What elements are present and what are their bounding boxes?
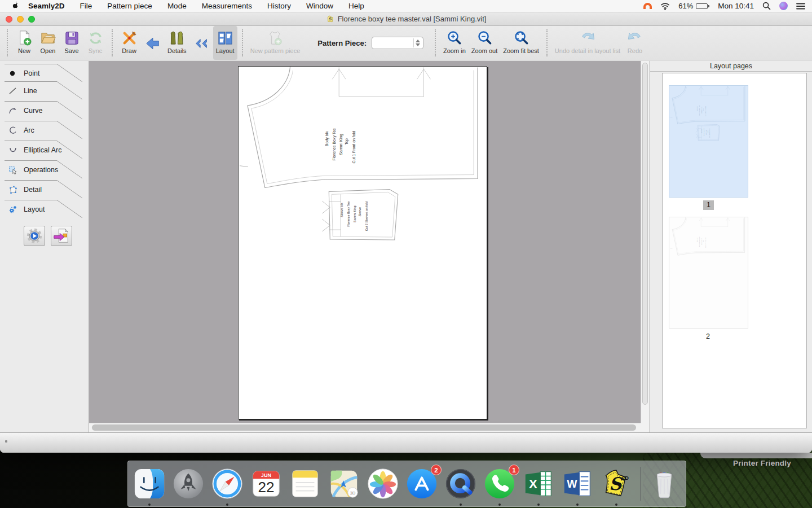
detail-icon (8, 185, 18, 194)
horizontal-scrollbar-thumb[interactable] (92, 424, 636, 431)
dock-excel-icon[interactable]: X (521, 466, 556, 501)
running-indicator (537, 503, 540, 506)
running-indicator (226, 503, 228, 506)
dock-photos-icon[interactable] (365, 466, 400, 501)
dock-safari-icon[interactable] (210, 466, 245, 501)
page-2-label[interactable]: 2 (706, 332, 710, 340)
layout-page-sheet (238, 66, 487, 419)
title-bar[interactable]: S Florence boxy tee master.val [Sammi Ki… (0, 12, 812, 26)
sidebar-item-line[interactable]: Line (0, 81, 88, 100)
toolbar-separator (7, 29, 8, 56)
sidebar-item-layout[interactable]: Layout (0, 199, 88, 219)
export-document-icon (52, 227, 70, 245)
zoom-out-icon (476, 29, 493, 47)
layout-pages-header[interactable]: Layout pages (650, 61, 812, 72)
dock: JUN 22 3D (127, 461, 686, 507)
zoom-out-button[interactable]: Zoom out (469, 26, 500, 60)
svg-text:X: X (529, 477, 537, 491)
menubar-clock[interactable]: Mon 10:41 (718, 2, 754, 10)
apple-menu[interactable] (10, 2, 18, 11)
scrollbar-corner (641, 423, 650, 432)
close-window-button[interactable] (6, 16, 12, 23)
dock-finder-icon[interactable] (132, 466, 167, 501)
combobox-stepper[interactable] (413, 38, 422, 47)
sidebar-item-detail[interactable]: Detail (0, 179, 88, 199)
battery-icon (696, 3, 709, 9)
open-button[interactable]: Open (36, 26, 60, 60)
menubar-app-name[interactable]: Seamly2D (28, 2, 65, 10)
page-1-label[interactable]: 1 (703, 200, 714, 210)
new-pattern-piece-icon (267, 29, 283, 47)
export-layout-button[interactable] (51, 226, 72, 246)
back-arrow-button[interactable] (141, 26, 165, 60)
wifi-icon[interactable] (660, 2, 670, 10)
pattern-piece-combobox[interactable] (372, 37, 423, 49)
dock-seamly2d-icon[interactable]: S 2D (599, 466, 634, 501)
dock-whatsapp-icon[interactable]: 1 (482, 466, 517, 501)
horizontal-scrollbar[interactable] (89, 423, 641, 432)
zoom-fit-best-button[interactable]: Zoom fit best (500, 26, 542, 60)
wallpaper-text: Printer Friendly (733, 459, 791, 467)
battery-percent: 61% (678, 2, 693, 10)
sidebar-item-operations[interactable]: Operations (0, 160, 88, 179)
sidebar-item-curve[interactable]: Curve (0, 100, 88, 120)
zoom-in-icon (446, 29, 462, 47)
menu-file[interactable]: File (80, 2, 92, 10)
layout-pages-panel: Layout pages 1 2 (650, 61, 812, 432)
battery-indicator[interactable]: 61% (678, 2, 709, 10)
menu-bar: Seamly2D File Pattern piece Mode Measure… (0, 0, 812, 12)
dock-notes-icon[interactable] (288, 466, 323, 501)
running-indicator (576, 503, 579, 506)
svg-text:S: S (329, 16, 332, 21)
new-button[interactable]: New (12, 26, 36, 60)
layout-mode-button[interactable]: Layout (213, 26, 237, 60)
spotlight-search-icon[interactable] (762, 2, 771, 10)
layout-page-thumbnail-1[interactable] (669, 85, 748, 198)
elliptical-arc-icon (8, 146, 18, 155)
dock-launchpad-icon[interactable] (171, 466, 206, 501)
zoom-window-button[interactable] (28, 16, 35, 23)
dock-quicktime-icon[interactable] (443, 466, 478, 501)
menu-pattern-piece[interactable]: Pattern piece (107, 2, 152, 10)
layout-settings-button[interactable] (24, 226, 45, 246)
gear-play-icon (25, 227, 43, 245)
draw-mode-button[interactable]: Draw (117, 26, 141, 60)
minimize-window-button[interactable] (17, 16, 24, 23)
skip-back-arrow-button[interactable] (189, 26, 213, 60)
toolbar-separator (546, 29, 548, 56)
dock-trash-icon[interactable] (647, 466, 682, 501)
menu-window[interactable]: Window (306, 2, 333, 10)
tool-sidebar: Point Line Curve Arc Elliptical Arc (0, 61, 89, 432)
sync-button: Sync (83, 26, 107, 60)
svg-text:2D: 2D (622, 475, 629, 481)
dock-calendar-icon[interactable]: JUN 22 (249, 466, 284, 501)
dock-word-icon[interactable]: W (560, 466, 595, 501)
toolbar-separator (112, 29, 113, 56)
siri-icon[interactable] (779, 2, 788, 10)
toolbar-separator (242, 29, 243, 56)
sidebar-item-elliptical-arc[interactable]: Elliptical Arc (0, 140, 88, 160)
dock-app-store-icon[interactable]: 2 (404, 466, 439, 501)
new-pattern-piece-button: New pattern piece (248, 26, 303, 60)
dock-maps-icon[interactable]: 3D (326, 466, 361, 501)
layout-page-thumbnail-2[interactable] (669, 217, 748, 329)
menu-history[interactable]: History (267, 2, 291, 10)
details-mode-button[interactable]: Details (165, 26, 189, 60)
menu-mode[interactable]: Mode (167, 2, 187, 10)
vertical-scrollbar[interactable] (641, 61, 650, 423)
sidebar-item-arc[interactable]: Arc (0, 120, 88, 140)
layout-canvas[interactable] (89, 61, 650, 432)
menubar-app-arch-icon[interactable] (643, 3, 652, 9)
menu-help[interactable]: Help (348, 2, 364, 10)
pattern-pieces-drawing (239, 67, 487, 419)
layout-pages-list: 1 2 (662, 73, 807, 428)
save-button[interactable]: Save (60, 26, 83, 60)
menu-measurements[interactable]: Measurements (202, 2, 252, 10)
notification-center-icon[interactable] (796, 2, 805, 10)
zoom-in-button[interactable]: Zoom in (440, 26, 469, 60)
vertical-scrollbar-thumb[interactable] (642, 63, 648, 405)
pattern-piece-label: Pattern Piece: (317, 39, 367, 47)
svg-text:S: S (609, 474, 623, 494)
sidebar-item-point[interactable]: Point (0, 63, 88, 83)
body-pattern-piece (240, 67, 478, 187)
